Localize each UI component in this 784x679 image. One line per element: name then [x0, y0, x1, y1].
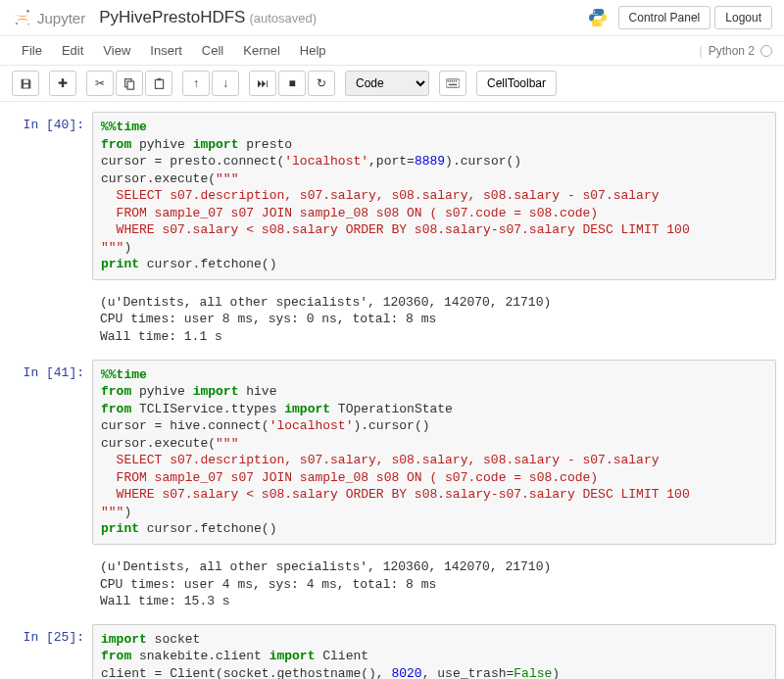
logo-text: Jupyter: [37, 10, 85, 26]
svg-rect-10: [447, 80, 448, 81]
svg-rect-14: [456, 80, 457, 81]
svg-rect-11: [450, 80, 451, 81]
control-panel-button[interactable]: Control Panel: [618, 6, 711, 29]
notebook-area: In [40]: %%time from pyhive import prest…: [0, 102, 784, 679]
output-prompt: [8, 288, 92, 352]
code-input[interactable]: %%time from pyhive import hive from TCLI…: [92, 360, 776, 545]
paste-icon: [153, 77, 166, 90]
notebook-title[interactable]: PyHivePrestoHDFS: [99, 8, 245, 27]
command-palette-button[interactable]: [439, 71, 466, 96]
output-prompt: [8, 553, 92, 616]
code-cell[interactable]: In [41]: %%time from pyhive import hive …: [0, 358, 784, 547]
output-text: (u'Dentists, all other specialists', 120…: [92, 553, 776, 616]
svg-rect-8: [157, 77, 160, 79]
jupyter-logo[interactable]: Jupyter: [12, 7, 85, 28]
copy-button[interactable]: [116, 71, 143, 96]
cut-button[interactable]: ✂: [86, 71, 114, 96]
logout-button[interactable]: Logout: [714, 6, 772, 29]
svg-rect-9: [446, 79, 460, 87]
menu-file[interactable]: File: [12, 39, 52, 62]
cut-icon: ✂: [95, 76, 105, 90]
code-cell[interactable]: In [40]: %%time from pyhive import prest…: [0, 110, 784, 282]
jupyter-icon: [12, 7, 33, 28]
cell-toolbar-button[interactable]: CellToolbar: [476, 71, 557, 96]
paste-button[interactable]: [145, 71, 172, 96]
svg-rect-6: [127, 81, 134, 89]
input-prompt: In [40]:: [8, 112, 92, 280]
svg-point-0: [26, 10, 29, 13]
autosave-status: (autosaved): [249, 11, 317, 25]
menu-cell[interactable]: Cell: [192, 39, 233, 62]
code-cell[interactable]: In [25]: import socket from snakebite.cl…: [0, 622, 784, 679]
output-cell: (u'Dentists, all other specialists', 120…: [0, 551, 784, 618]
output-text: (u'Dentists, all other specialists', 120…: [92, 288, 776, 352]
toolbar: ✚ ✂ ↑ ↓ ⏭ ■ ↻ Code CellToolbar: [0, 66, 784, 102]
menu-kernel[interactable]: Kernel: [233, 39, 290, 62]
header: Jupyter PyHivePrestoHDFS (autosaved) Con…: [0, 0, 784, 36]
svg-rect-15: [449, 84, 457, 85]
step-icon: ⏭: [257, 76, 269, 90]
run-button[interactable]: ⏭: [249, 71, 276, 96]
interrupt-button[interactable]: ■: [278, 71, 306, 96]
svg-point-1: [16, 23, 18, 24]
insert-cell-button[interactable]: ✚: [49, 71, 76, 96]
save-button[interactable]: [12, 71, 39, 96]
save-icon: [20, 77, 32, 90]
svg-point-3: [593, 11, 595, 13]
refresh-icon: ↻: [317, 76, 326, 90]
move-down-button[interactable]: ↓: [212, 71, 239, 96]
menu-view[interactable]: View: [93, 39, 140, 62]
keyboard-icon: [446, 78, 460, 88]
restart-button[interactable]: ↻: [308, 71, 335, 96]
svg-rect-7: [155, 79, 163, 88]
output-cell: (u'Dentists, all other specialists', 120…: [0, 286, 784, 354]
kernel-status-icon: [760, 45, 772, 57]
move-up-button[interactable]: ↑: [182, 71, 210, 96]
kernel-name: Python 2: [709, 44, 755, 58]
cell-type-select[interactable]: Code: [345, 71, 429, 96]
input-prompt: In [25]:: [8, 624, 92, 679]
input-prompt: In [41]:: [8, 360, 92, 545]
menubar: File Edit View Insert Cell Kernel Help |…: [0, 36, 784, 66]
svg-point-4: [600, 23, 602, 24]
menu-edit[interactable]: Edit: [52, 39, 93, 62]
python-icon: [587, 7, 609, 28]
copy-icon: [123, 77, 136, 90]
stop-icon: ■: [288, 76, 295, 90]
arrow-up-icon: ↑: [193, 76, 199, 90]
svg-rect-13: [454, 80, 455, 81]
plus-icon: ✚: [58, 76, 68, 90]
menu-insert[interactable]: Insert: [140, 39, 192, 62]
svg-point-2: [27, 24, 29, 25]
arrow-down-icon: ↓: [222, 76, 228, 90]
svg-rect-12: [452, 80, 453, 81]
menu-help[interactable]: Help: [290, 39, 336, 62]
code-input[interactable]: %%time from pyhive import presto cursor …: [92, 112, 776, 280]
code-input[interactable]: import socket from snakebite.client impo…: [92, 624, 776, 679]
